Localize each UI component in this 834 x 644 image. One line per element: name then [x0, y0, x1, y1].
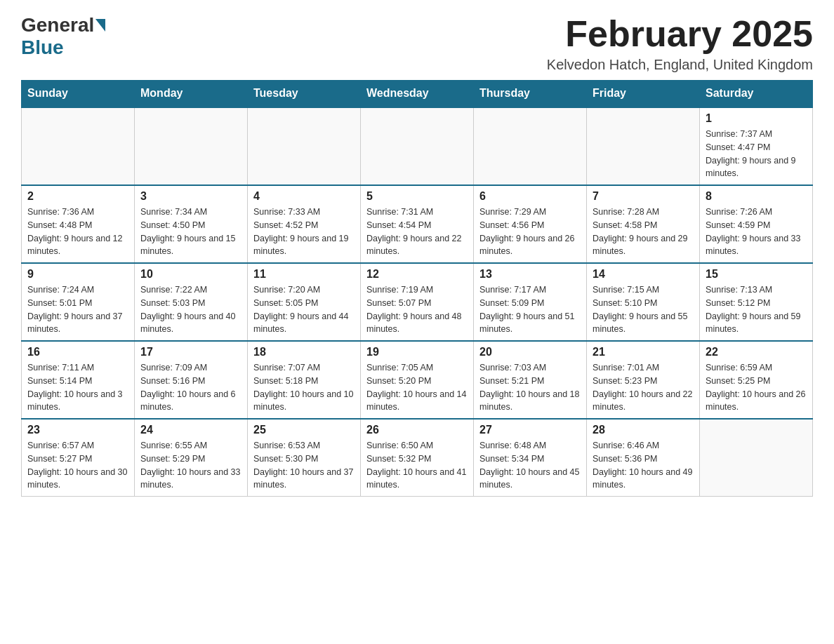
day-info: Sunrise: 7:11 AMSunset: 5:14 PMDaylight:…: [27, 361, 128, 414]
day-number: 15: [706, 268, 807, 281]
day-number: 4: [253, 190, 355, 203]
day-info: Sunrise: 7:09 AMSunset: 5:16 PMDaylight:…: [140, 361, 241, 414]
day-number: 7: [593, 190, 694, 203]
day-number: 6: [479, 190, 581, 203]
calendar-week-row: 1Sunrise: 7:37 AMSunset: 4:47 PMDaylight…: [22, 107, 813, 185]
day-of-week-header: Sunday: [22, 80, 135, 107]
calendar-day-cell: 11Sunrise: 7:20 AMSunset: 5:05 PMDayligh…: [248, 263, 361, 341]
day-number: 26: [366, 424, 468, 436]
day-info: Sunrise: 7:22 AMSunset: 5:03 PMDaylight:…: [140, 283, 241, 336]
day-info: Sunrise: 7:28 AMSunset: 4:58 PMDaylight:…: [593, 206, 694, 258]
day-info: Sunrise: 7:17 AMSunset: 5:09 PMDaylight:…: [479, 283, 581, 336]
calendar-day-cell: 9Sunrise: 7:24 AMSunset: 5:01 PMDaylight…: [22, 263, 135, 341]
location-text: Kelvedon Hatch, England, United Kingdom: [547, 57, 813, 73]
calendar-day-cell: [587, 107, 700, 185]
day-info: Sunrise: 6:50 AMSunset: 5:32 PMDaylight:…: [366, 439, 468, 492]
calendar-day-cell: 5Sunrise: 7:31 AMSunset: 4:54 PMDaylight…: [361, 185, 474, 263]
month-title: February 2025: [547, 14, 813, 54]
day-of-week-header: Friday: [587, 80, 700, 107]
day-info: Sunrise: 7:34 AMSunset: 4:50 PMDaylight:…: [140, 206, 241, 258]
day-of-week-header: Thursday: [474, 80, 587, 107]
calendar-day-cell: 1Sunrise: 7:37 AMSunset: 4:47 PMDaylight…: [700, 107, 813, 185]
day-number: 21: [593, 346, 694, 358]
day-info: Sunrise: 6:48 AMSunset: 5:34 PMDaylight:…: [479, 439, 581, 492]
calendar-day-cell: [361, 107, 474, 185]
day-number: 18: [253, 346, 355, 358]
logo: General Blue: [21, 14, 107, 59]
day-info: Sunrise: 7:31 AMSunset: 4:54 PMDaylight:…: [366, 206, 468, 258]
day-number: 12: [366, 268, 468, 281]
calendar-day-cell: 28Sunrise: 6:46 AMSunset: 5:36 PMDayligh…: [587, 419, 700, 497]
calendar-header-row: SundayMondayTuesdayWednesdayThursdayFrid…: [22, 80, 813, 107]
logo-blue-text: Blue: [21, 36, 64, 58]
calendar-day-cell: 14Sunrise: 7:15 AMSunset: 5:10 PMDayligh…: [587, 263, 700, 341]
day-info: Sunrise: 7:20 AMSunset: 5:05 PMDaylight:…: [253, 283, 355, 336]
calendar-day-cell: 7Sunrise: 7:28 AMSunset: 4:58 PMDaylight…: [587, 185, 700, 263]
calendar-table: SundayMondayTuesdayWednesdayThursdayFrid…: [21, 80, 813, 497]
calendar-day-cell: [474, 107, 587, 185]
day-number: 28: [593, 424, 694, 436]
calendar-day-cell: 6Sunrise: 7:29 AMSunset: 4:56 PMDaylight…: [474, 185, 587, 263]
calendar-day-cell: 13Sunrise: 7:17 AMSunset: 5:09 PMDayligh…: [474, 263, 587, 341]
day-info: Sunrise: 7:05 AMSunset: 5:20 PMDaylight:…: [366, 361, 468, 414]
title-section: February 2025 Kelvedon Hatch, England, U…: [547, 14, 813, 73]
day-number: 11: [253, 268, 355, 281]
day-of-week-header: Tuesday: [248, 80, 361, 107]
calendar-day-cell: 25Sunrise: 6:53 AMSunset: 5:30 PMDayligh…: [248, 419, 361, 497]
calendar-day-cell: 24Sunrise: 6:55 AMSunset: 5:29 PMDayligh…: [135, 419, 248, 497]
day-number: 3: [140, 190, 241, 203]
calendar-day-cell: [22, 107, 135, 185]
day-info: Sunrise: 7:37 AMSunset: 4:47 PMDaylight:…: [706, 128, 807, 180]
day-number: 2: [27, 190, 128, 203]
calendar-day-cell: 22Sunrise: 6:59 AMSunset: 5:25 PMDayligh…: [700, 341, 813, 419]
calendar-day-cell: 20Sunrise: 7:03 AMSunset: 5:21 PMDayligh…: [474, 341, 587, 419]
calendar-day-cell: [700, 419, 813, 497]
day-number: 5: [366, 190, 468, 203]
calendar-day-cell: 8Sunrise: 7:26 AMSunset: 4:59 PMDaylight…: [700, 185, 813, 263]
day-info: Sunrise: 6:55 AMSunset: 5:29 PMDaylight:…: [140, 439, 241, 492]
calendar-day-cell: 23Sunrise: 6:57 AMSunset: 5:27 PMDayligh…: [22, 419, 135, 497]
page-header: General Blue February 2025 Kelvedon Hatc…: [21, 14, 813, 73]
day-number: 20: [479, 346, 581, 358]
day-number: 17: [140, 346, 241, 358]
day-number: 25: [253, 424, 355, 436]
calendar-day-cell: 4Sunrise: 7:33 AMSunset: 4:52 PMDaylight…: [248, 185, 361, 263]
day-number: 9: [27, 268, 128, 281]
day-info: Sunrise: 7:15 AMSunset: 5:10 PMDaylight:…: [593, 283, 694, 336]
day-info: Sunrise: 6:57 AMSunset: 5:27 PMDaylight:…: [27, 439, 128, 492]
day-info: Sunrise: 7:24 AMSunset: 5:01 PMDaylight:…: [27, 283, 128, 336]
calendar-day-cell: 21Sunrise: 7:01 AMSunset: 5:23 PMDayligh…: [587, 341, 700, 419]
day-of-week-header: Saturday: [700, 80, 813, 107]
calendar-week-row: 16Sunrise: 7:11 AMSunset: 5:14 PMDayligh…: [22, 341, 813, 419]
logo-arrow-icon: [95, 19, 105, 32]
calendar-day-cell: [135, 107, 248, 185]
calendar-day-cell: 19Sunrise: 7:05 AMSunset: 5:20 PMDayligh…: [361, 341, 474, 419]
day-info: Sunrise: 6:53 AMSunset: 5:30 PMDaylight:…: [253, 439, 355, 492]
day-of-week-header: Wednesday: [361, 80, 474, 107]
calendar-week-row: 2Sunrise: 7:36 AMSunset: 4:48 PMDaylight…: [22, 185, 813, 263]
day-info: Sunrise: 6:59 AMSunset: 5:25 PMDaylight:…: [706, 361, 807, 414]
calendar-day-cell: 18Sunrise: 7:07 AMSunset: 5:18 PMDayligh…: [248, 341, 361, 419]
day-number: 27: [479, 424, 581, 436]
calendar-day-cell: 17Sunrise: 7:09 AMSunset: 5:16 PMDayligh…: [135, 341, 248, 419]
day-info: Sunrise: 7:36 AMSunset: 4:48 PMDaylight:…: [27, 206, 128, 258]
calendar-day-cell: [248, 107, 361, 185]
day-number: 14: [593, 268, 694, 281]
calendar-day-cell: 12Sunrise: 7:19 AMSunset: 5:07 PMDayligh…: [361, 263, 474, 341]
day-info: Sunrise: 7:03 AMSunset: 5:21 PMDaylight:…: [479, 361, 581, 414]
calendar-day-cell: 16Sunrise: 7:11 AMSunset: 5:14 PMDayligh…: [22, 341, 135, 419]
calendar-day-cell: 10Sunrise: 7:22 AMSunset: 5:03 PMDayligh…: [135, 263, 248, 341]
day-info: Sunrise: 7:07 AMSunset: 5:18 PMDaylight:…: [253, 361, 355, 414]
calendar-week-row: 23Sunrise: 6:57 AMSunset: 5:27 PMDayligh…: [22, 419, 813, 497]
day-info: Sunrise: 7:19 AMSunset: 5:07 PMDaylight:…: [366, 283, 468, 336]
day-info: Sunrise: 7:13 AMSunset: 5:12 PMDaylight:…: [706, 283, 807, 336]
day-number: 23: [27, 424, 128, 436]
day-info: Sunrise: 7:01 AMSunset: 5:23 PMDaylight:…: [593, 361, 694, 414]
day-number: 24: [140, 424, 241, 436]
calendar-day-cell: 15Sunrise: 7:13 AMSunset: 5:12 PMDayligh…: [700, 263, 813, 341]
calendar-day-cell: 3Sunrise: 7:34 AMSunset: 4:50 PMDaylight…: [135, 185, 248, 263]
logo-general-text: General: [21, 14, 94, 36]
calendar-week-row: 9Sunrise: 7:24 AMSunset: 5:01 PMDaylight…: [22, 263, 813, 341]
day-number: 8: [706, 190, 807, 203]
day-info: Sunrise: 7:29 AMSunset: 4:56 PMDaylight:…: [479, 206, 581, 258]
